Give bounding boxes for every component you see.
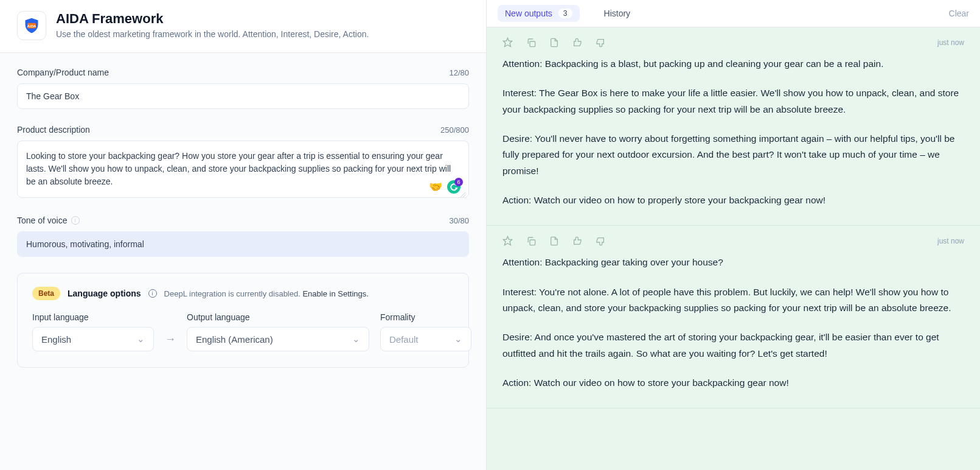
- tone-input[interactable]: [17, 231, 469, 257]
- star-icon[interactable]: [502, 236, 513, 246]
- header: AIDA AIDA Framework Use the oldest marke…: [0, 0, 486, 53]
- grammarly-icon[interactable]: 6: [447, 180, 460, 194]
- copy-icon[interactable]: [526, 236, 536, 246]
- description-field: Product description 250/800 🤝 6: [17, 125, 469, 200]
- tabs-row: New outputs 3 History Clear: [487, 0, 980, 27]
- company-input[interactable]: [17, 83, 469, 109]
- document-icon[interactable]: [549, 236, 559, 246]
- svg-rect-4: [530, 41, 535, 47]
- thumbs-down-icon[interactable]: [596, 38, 605, 47]
- svg-text:AIDA: AIDA: [27, 24, 37, 28]
- output-language-select[interactable]: English (American) ⌄: [187, 327, 369, 351]
- star-icon[interactable]: [502, 37, 513, 47]
- tone-field: Tone of voice i 30/80: [17, 216, 469, 257]
- clear-button[interactable]: Clear: [949, 9, 969, 18]
- input-language-select[interactable]: English ⌄: [32, 327, 154, 351]
- output-card: just nowAttention: Backpacking is a blas…: [487, 27, 980, 226]
- chevron-down-icon: ⌄: [352, 334, 360, 345]
- svg-marker-3: [503, 38, 512, 46]
- handshake-icon[interactable]: 🤝: [429, 180, 442, 194]
- page-title: AIDA Framework: [56, 11, 469, 27]
- app-icon: AIDA: [17, 11, 46, 40]
- tab-history[interactable]: History: [597, 5, 638, 22]
- aida-shield-icon: AIDA: [23, 17, 40, 34]
- output-card: just nowAttention: Backpacking gear taki…: [487, 226, 980, 409]
- thumbs-up-icon[interactable]: [572, 236, 582, 246]
- info-icon[interactable]: i: [148, 289, 157, 298]
- language-options-title: Language options: [68, 289, 141, 298]
- language-options-box: Beta Language options i DeepL integratio…: [17, 273, 469, 368]
- output-paragraph: Interest: The Gear Box is here to make y…: [502, 85, 964, 118]
- output-paragraph: Action: Watch our video on how to proper…: [502, 192, 964, 208]
- svg-marker-5: [503, 237, 512, 245]
- outputs-count-badge: 3: [558, 9, 572, 18]
- form-area: Company/Product name 12/80 Product descr…: [0, 53, 486, 382]
- company-field: Company/Product name 12/80: [17, 68, 469, 109]
- output-paragraph: Action: Watch our video on how to store …: [502, 375, 964, 391]
- description-input[interactable]: [17, 141, 469, 198]
- company-counter: 12/80: [449, 68, 469, 77]
- output-toolbar: just now: [502, 37, 964, 47]
- arrow-right-icon: →: [165, 333, 176, 346]
- chevron-down-icon: ⌄: [454, 334, 462, 345]
- input-language-label: Input language: [32, 312, 154, 322]
- info-icon[interactable]: i: [71, 216, 80, 225]
- description-counter: 250/800: [440, 125, 469, 135]
- tab-new-outputs[interactable]: New outputs 3: [498, 5, 580, 22]
- output-toolbar: just now: [502, 236, 964, 246]
- left-panel: AIDA AIDA Framework Use the oldest marke…: [0, 0, 487, 470]
- formality-label: Formality: [380, 312, 471, 322]
- enable-settings-link[interactable]: Enable in Settings.: [302, 289, 368, 298]
- output-paragraph: Interest: You're not alone. A lot of peo…: [502, 284, 964, 317]
- document-icon[interactable]: [549, 38, 559, 47]
- formality-select[interactable]: Default ⌄: [380, 327, 471, 351]
- tone-counter: 30/80: [449, 216, 469, 225]
- right-panel: New outputs 3 History Clear just nowAtte…: [487, 0, 980, 470]
- thumbs-down-icon[interactable]: [596, 236, 605, 246]
- company-label: Company/Product name: [17, 68, 109, 77]
- output-language-label: Output language: [187, 312, 369, 322]
- description-label: Product description: [17, 125, 90, 135]
- copy-icon[interactable]: [526, 38, 536, 47]
- svg-rect-6: [530, 240, 535, 245]
- output-paragraph: Attention: Backpacking is a blast, but p…: [502, 56, 964, 72]
- output-body: Attention: Backpacking gear taking over …: [502, 254, 964, 391]
- thumbs-up-icon[interactable]: [572, 38, 582, 47]
- language-note: DeepL integration is currently disabled.…: [164, 289, 369, 298]
- output-paragraph: Desire: You'll never have to worry about…: [502, 131, 964, 179]
- output-body: Attention: Backpacking is a blast, but p…: [502, 56, 964, 208]
- resize-handle-icon[interactable]: [459, 191, 467, 198]
- page-subtitle: Use the oldest marketing framework in th…: [56, 29, 469, 39]
- output-timestamp: just now: [937, 237, 964, 245]
- outputs-list: just nowAttention: Backpacking is a blas…: [487, 27, 980, 470]
- beta-badge: Beta: [32, 287, 60, 300]
- output-timestamp: just now: [937, 38, 964, 47]
- output-paragraph: Attention: Backpacking gear taking over …: [502, 254, 964, 270]
- chevron-down-icon: ⌄: [137, 334, 145, 345]
- output-paragraph: Desire: And once you've mastered the art…: [502, 329, 964, 362]
- tone-label: Tone of voice: [17, 216, 68, 225]
